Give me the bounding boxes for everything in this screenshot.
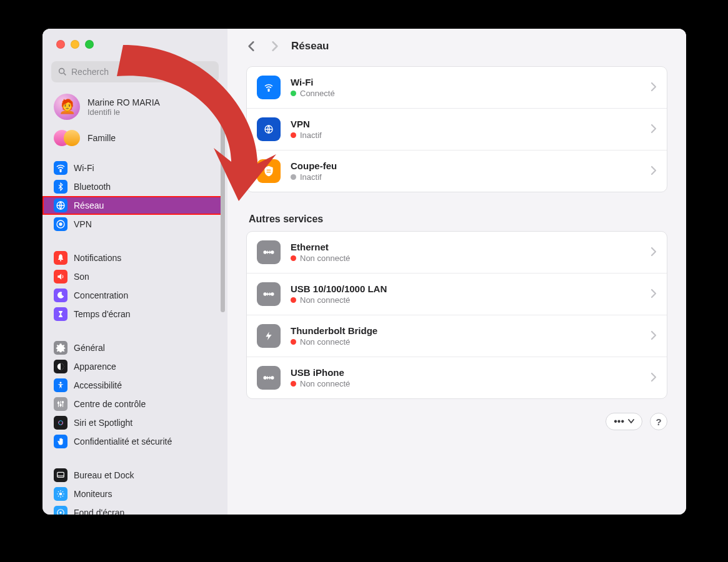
row-status: Non connecté xyxy=(291,337,377,347)
sidebar-item-moniteurs[interactable]: Moniteurs xyxy=(47,485,217,503)
svg-point-9 xyxy=(60,382,62,383)
network-row-wi-fi[interactable]: Wi-FiConnecté xyxy=(247,67,667,108)
row-status: Non connecté xyxy=(291,254,350,263)
network-primary-group: Wi-FiConnectéVPNInactifCoupe-feuInactif xyxy=(246,66,667,192)
sound-icon xyxy=(54,270,67,283)
svg-point-5 xyxy=(59,223,62,225)
chevron-right-icon xyxy=(651,245,657,260)
sidebar-item-g-n-ral[interactable]: Général xyxy=(47,338,217,357)
network-row-usb-iphone[interactable]: USB iPhoneNon connecté xyxy=(247,357,667,398)
sidebar-item-confidentialit-et-s-curit-[interactable]: Confidentialité et sécurité xyxy=(47,432,217,451)
row-title: Thunderbolt Bridge xyxy=(291,325,377,336)
network-row-vpn[interactable]: VPNInactif xyxy=(247,108,667,150)
gear-icon xyxy=(54,341,67,355)
sidebar-item-label: Temps d'écran xyxy=(74,309,131,319)
svg-point-16 xyxy=(56,418,64,426)
sidebar-item-bluetooth[interactable]: Bluetooth xyxy=(47,177,217,196)
scrollbar[interactable] xyxy=(221,94,225,312)
globe-icon xyxy=(257,117,281,141)
access-icon xyxy=(54,378,67,392)
hourglass-icon xyxy=(54,307,67,321)
chevron-right-icon xyxy=(271,41,279,52)
sidebar-item-label: Moniteurs xyxy=(74,489,112,499)
chevron-right-icon xyxy=(651,329,657,343)
svg-point-21 xyxy=(59,493,62,496)
row-status: Non connecté xyxy=(291,295,387,305)
sidebar-item-temps-d-cran[interactable]: Temps d'écran xyxy=(47,305,217,323)
status-dot xyxy=(291,297,296,303)
svg-line-27 xyxy=(62,496,63,496)
family-icon xyxy=(54,130,80,146)
sidebar: Recherch 🧑‍🦰 Marine RO MARIA Identifi le… xyxy=(42,29,227,515)
account-name: Marine RO MARIA xyxy=(87,97,160,107)
account-sub: Identifi le xyxy=(87,107,160,117)
svg-point-35 xyxy=(271,251,273,253)
row-title: Coupe-feu xyxy=(291,160,337,171)
page-title: Réseau xyxy=(291,40,329,52)
footer-actions: ••• ? xyxy=(246,413,667,430)
sidebar-scroll: 🧑‍🦰 Marine RO MARIA Identifi le Famille … xyxy=(42,90,227,515)
chevron-right-icon xyxy=(651,371,657,385)
hand-icon xyxy=(54,435,67,448)
row-status: Non connecté xyxy=(291,379,350,388)
svg-point-15 xyxy=(62,402,63,403)
ethernet-icon xyxy=(257,282,281,306)
chevron-right-icon xyxy=(651,287,657,302)
back-button[interactable] xyxy=(244,39,259,54)
help-button[interactable]: ? xyxy=(650,413,667,430)
sidebar-item-label: Fond d'écran xyxy=(74,508,124,515)
apple-id-row[interactable]: 🧑‍🦰 Marine RO MARIA Identifi le xyxy=(42,90,222,124)
sidebar-item-r-seau[interactable]: Réseau xyxy=(42,196,222,215)
svg-point-2 xyxy=(60,170,61,172)
search-input[interactable]: Recherch xyxy=(51,61,219,82)
svg-point-14 xyxy=(60,405,61,406)
other-services-heading: Autres services xyxy=(249,214,665,225)
sidebar-item-bureau-et-dock[interactable]: Bureau et Dock xyxy=(47,466,217,485)
control-icon xyxy=(54,397,67,411)
sidebar-item-label: Bluetooth xyxy=(74,182,111,192)
sidebar-item-label: Bureau et Dock xyxy=(74,470,134,480)
chevron-left-icon xyxy=(247,41,256,52)
forward-button[interactable] xyxy=(267,39,282,54)
wifi-icon xyxy=(257,76,281,99)
network-row-coupe-feu[interactable]: Coupe-feuInactif xyxy=(247,150,667,192)
minimize-window-button[interactable] xyxy=(71,40,79,49)
sidebar-item-label: Centre de contrôle xyxy=(74,399,146,409)
bell-icon xyxy=(54,251,67,265)
svg-point-32 xyxy=(268,90,269,91)
sidebar-item-siri-et-spotlight[interactable]: Siri et Spotlight xyxy=(47,413,217,432)
sidebar-item-label: Réseau xyxy=(74,200,104,210)
status-dot xyxy=(291,339,296,345)
sidebar-item-centre-de-contr-le[interactable]: Centre de contrôle xyxy=(47,395,217,413)
sidebar-item-apparence[interactable]: Apparence xyxy=(47,357,217,376)
family-row[interactable]: Famille xyxy=(42,124,222,155)
row-title: USB 10/100/1000 LAN xyxy=(291,283,387,294)
row-title: USB iPhone xyxy=(291,367,350,378)
sidebar-item-label: VPN xyxy=(74,219,92,229)
more-actions-button[interactable]: ••• xyxy=(606,413,642,430)
sidebar-item-son[interactable]: Son xyxy=(47,267,217,286)
network-row-thunderbolt-bridge[interactable]: Thunderbolt BridgeNon connecté xyxy=(247,315,667,357)
svg-point-31 xyxy=(59,511,62,514)
svg-line-28 xyxy=(62,491,63,492)
chevron-right-icon xyxy=(651,81,657,95)
sidebar-item-accessibilit-[interactable]: Accessibilité xyxy=(47,376,217,395)
family-label: Famille xyxy=(87,133,116,143)
avatar: 🧑‍🦰 xyxy=(54,94,80,120)
network-row-usb-10-100-1000-lan[interactable]: USB 10/100/1000 LANNon connecté xyxy=(247,273,667,315)
svg-point-0 xyxy=(59,69,64,74)
sidebar-item-notifications[interactable]: Notifications xyxy=(47,249,217,267)
network-row-ethernet[interactable]: EthernetNon connecté xyxy=(247,232,667,273)
sidebar-item-label: Apparence xyxy=(74,362,116,372)
sidebar-item-vpn[interactable]: VPN xyxy=(47,215,217,234)
titlebar: Réseau xyxy=(227,29,686,64)
moon-icon xyxy=(54,288,67,302)
svg-point-34 xyxy=(264,251,266,253)
sidebar-item-concentration[interactable]: Concentration xyxy=(47,286,217,305)
system-settings-window: Recherch 🧑‍🦰 Marine RO MARIA Identifi le… xyxy=(42,29,686,515)
svg-line-29 xyxy=(58,496,59,496)
sidebar-item-wi-fi[interactable]: Wi-Fi xyxy=(47,159,217,177)
sidebar-item-fond-d-cran[interactable]: Fond d'écran xyxy=(47,503,217,515)
close-window-button[interactable] xyxy=(56,40,65,49)
fullscreen-window-button[interactable] xyxy=(85,40,94,49)
